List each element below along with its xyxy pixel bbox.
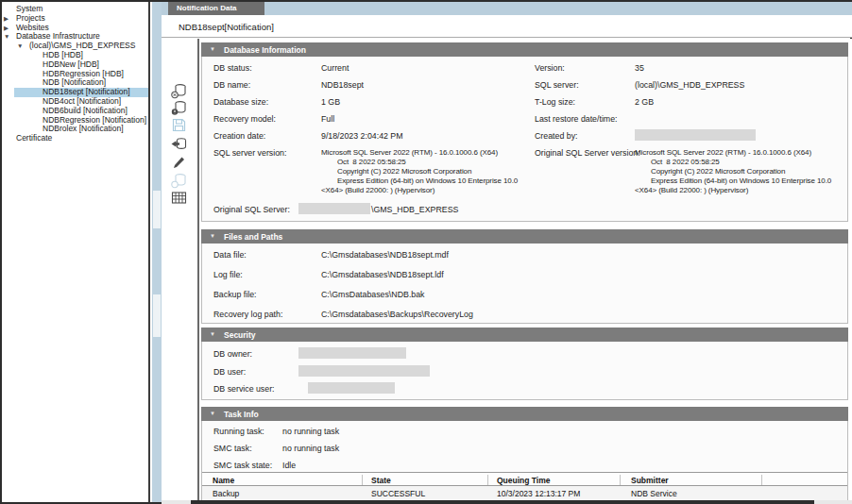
section-title: Files and Paths (224, 232, 282, 242)
field-label: Running task: (213, 427, 264, 436)
field-value: Microsoft SQL Server 2022 (RTM) - 16.0.1… (321, 148, 518, 195)
field-label: SMC task: (213, 444, 252, 453)
field-label: SQL server version: (213, 148, 286, 158)
tab-notification-data[interactable]: Notification Data (168, 2, 264, 15)
field-label: DB name: (213, 80, 250, 90)
column-header[interactable]: Name (213, 476, 234, 485)
create-database-icon (171, 173, 187, 189)
field-label: SMC task state: (213, 461, 272, 470)
field-label: Original SQL Server: (213, 205, 290, 214)
task-table-header: Name State Queuing Time Submitter (202, 472, 847, 486)
field-value: no running task (282, 444, 339, 453)
section-title: Task Info (224, 410, 259, 419)
field-label: Last restore date/time: (535, 114, 618, 124)
field-value: Microsoft SQL Server 2022 (RTM) - 16.0.1… (635, 148, 831, 195)
column-header[interactable]: Queuing Time (497, 476, 551, 485)
restore-database-button[interactable] (170, 136, 187, 152)
create-database-button[interactable] (170, 173, 187, 189)
column-divider (487, 475, 488, 485)
section-database-information: ▼ Database Information DB status: Curren… (201, 42, 848, 222)
scrollbar-thumb[interactable] (153, 191, 161, 228)
redacted-db-owner (298, 347, 406, 359)
section-files-and-paths: ▼ Files and Paths Data file: C:\Gmsdatab… (201, 229, 848, 324)
chevron-right-icon[interactable]: ▶ (4, 24, 9, 33)
cell-state: SUCCESSFUL (371, 489, 425, 498)
save-button[interactable] (170, 117, 187, 133)
section-task-info: ▼ Task Info Running task: no running tas… (201, 407, 848, 500)
field-value: C:\GmsDatabases\NDB.bak (321, 290, 425, 299)
field-value: C:\Gmsdatabases\NDB18sept.ldf (321, 270, 444, 279)
edit-button[interactable] (170, 155, 187, 171)
section-header-files-and-paths[interactable]: ▼ Files and Paths (201, 229, 848, 244)
collapse-icon[interactable]: ▼ (210, 411, 215, 416)
redacted-db-user (298, 365, 430, 377)
field-value: 2 GB (635, 97, 654, 107)
scrollbar-thumb[interactable] (153, 294, 161, 337)
chevron-right-icon[interactable]: ▶ (4, 14, 9, 24)
detach-database-button[interactable] (170, 83, 187, 99)
section-header-database-information[interactable]: ▼ Database Information (201, 42, 848, 57)
field-label: DB user: (213, 367, 246, 377)
field-value: C:\Gmsdatabases\Backups\RecoveryLog (321, 310, 473, 319)
field-value: \GMS_HDB_EXPRESS (371, 205, 458, 214)
horizontal-scrollbar[interactable] (162, 500, 852, 504)
cell-queuing-time: 10/3/2023 12:13:17 PM (497, 489, 580, 498)
tree-item[interactable]: Certificate (2, 134, 148, 143)
section-security: ▼ Security DB owner: DB user: DB service… (201, 328, 848, 400)
pencil-icon (171, 155, 187, 171)
column-divider (362, 475, 363, 485)
field-value: 9/18/2023 2:04:42 PM (321, 131, 403, 141)
field-value: no running task (282, 427, 339, 436)
field-label: Version: (535, 63, 565, 73)
redacted-server-name (298, 203, 370, 214)
field-label: Original SQL Server version: (535, 148, 640, 158)
cell-name: Backup (213, 489, 239, 498)
toolbar (162, 39, 197, 502)
section-header-security[interactable]: ▼ Security (201, 328, 848, 342)
table-view-button[interactable] (170, 190, 187, 206)
collapse-icon[interactable]: ▼ (210, 46, 215, 52)
table-grid-icon (171, 190, 187, 206)
tree-scrollbar[interactable] (152, 2, 162, 502)
field-value: 1 GB (321, 97, 340, 107)
scrollbar-thumb[interactable] (191, 500, 814, 504)
tree-item-label: Certificate (2, 134, 52, 143)
task-table: Name State Queuing Time Submitter Backup… (202, 472, 847, 500)
cell-submitter: NDB Service (631, 489, 677, 498)
chevron-down-icon[interactable]: ▼ (17, 42, 23, 51)
chevron-down-icon[interactable]: ▼ (4, 32, 9, 42)
field-label: DB owner: (213, 349, 252, 359)
database-info-icon (171, 100, 187, 116)
field-value: (local)\GMS_HDB_EXPRESS (635, 80, 744, 90)
section-title: Database Information (224, 45, 306, 55)
field-value: C:\Gmsdatabases\NDB18sept.mdf (321, 250, 449, 260)
field-label: Data file: (213, 250, 247, 260)
column-divider (620, 475, 621, 485)
field-label: Database size: (213, 97, 268, 107)
collapse-icon[interactable]: ▼ (210, 233, 215, 239)
navigation-tree: System▶Projects▶Websites▼Database Infras… (2, 2, 150, 502)
redacted-created-by (635, 129, 756, 141)
column-divider (761, 475, 762, 485)
content-panel: ▼ Database Information DB status: Curren… (199, 39, 852, 500)
field-value: Current (321, 63, 349, 73)
page-title-bar: NDB18sept[Notification] (162, 15, 852, 38)
field-label: Log file: (213, 270, 243, 279)
table-row[interactable]: Backup SUCCESSFUL 10/3/2023 12:13:17 PM … (202, 486, 847, 500)
field-label: Recovery log path: (213, 310, 282, 319)
page-title: NDB18sept[Notification] (179, 22, 274, 32)
section-header-task-info[interactable]: ▼ Task Info (201, 407, 848, 421)
tab-bar: Notification Data (162, 2, 852, 15)
detach-database-icon (171, 83, 187, 99)
database-info-button[interactable] (170, 100, 187, 116)
field-label: DB service user: (213, 384, 275, 394)
column-header[interactable]: State (371, 476, 391, 485)
redacted-db-service-user (308, 382, 395, 394)
field-value: 35 (635, 63, 644, 73)
collapse-icon[interactable]: ▼ (210, 331, 215, 337)
column-header[interactable]: Submitter (631, 476, 669, 485)
field-label: Backup file: (213, 290, 256, 299)
field-label: SQL server: (535, 80, 579, 90)
field-label: Creation date: (213, 131, 265, 141)
field-value: Idle (282, 461, 296, 470)
